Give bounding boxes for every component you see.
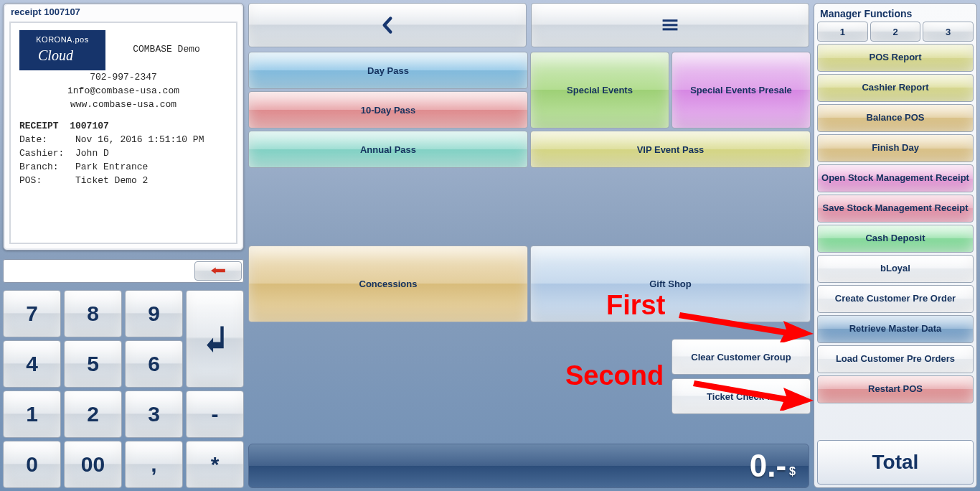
svg-rect-2 (663, 28, 678, 30)
tile-special-events[interactable]: Special Events (530, 52, 669, 128)
receipt-company: COMBASE Demo (105, 43, 227, 57)
manager-btn-open-stock-management-receipt[interactable]: Open Stock Management Receipt (817, 164, 974, 192)
manager-btn-cash-deposit[interactable]: Cash Deposit (817, 225, 974, 253)
tile-special-presale[interactable]: Special Events Presale (672, 52, 811, 128)
receipt-phone: 702-997-2347 (19, 71, 227, 85)
receipt-row: Branch:Park Entrance (19, 161, 227, 174)
manager-btn-load-customer-pre-orders[interactable]: Load Customer Pre Orders (817, 345, 974, 373)
total-display: 0.-$ (248, 444, 809, 488)
receipt-row: POS:Ticket Demo 2 (19, 174, 227, 188)
manager-btn-save-stock-management-receipt[interactable]: Save Stock Management Receipt (817, 195, 974, 223)
arrow-left-icon (210, 266, 226, 276)
key-6[interactable]: 6 (125, 340, 183, 388)
key-star[interactable]: * (186, 441, 244, 488)
input-back-button[interactable] (194, 261, 242, 281)
receipt-number-line: RECEIPT 1007107 (19, 120, 227, 134)
manager-tabs: 1 2 3 (817, 22, 974, 42)
nav-back-button[interactable] (248, 3, 527, 47)
barcode-input-bar (3, 259, 244, 283)
receipt-header: receipt 1007107 (4, 4, 243, 19)
receipt-email: info@combase-usa.com (19, 85, 227, 98)
manager-tab-3[interactable]: 3 (923, 22, 974, 42)
key-8[interactable]: 8 (64, 290, 122, 337)
manager-tab-2[interactable]: 2 (870, 22, 921, 42)
key-4[interactable]: 4 (3, 340, 61, 388)
receipt-row: Date:Nov 16, 2016 1:51:10 PM (19, 134, 227, 147)
receipt-paper: KORONA.pos Cloud COMBASE Demo 702-997-23… (9, 22, 237, 244)
manager-title: Manager Functions (817, 6, 974, 19)
manager-btn-bloyal[interactable]: bLoyal (817, 255, 974, 283)
key-00[interactable]: 00 (64, 441, 122, 488)
manager-button-list: POS ReportCashier ReportBalance POSFinis… (817, 44, 974, 435)
nav-menu-button[interactable] (531, 3, 809, 47)
tile-vip-pass[interactable]: VIP Event Pass (530, 131, 811, 168)
total-button[interactable]: Total (817, 440, 974, 485)
manager-btn-cashier-report[interactable]: Cashier Report (817, 74, 974, 102)
manager-btn-create-customer-pre-order[interactable]: Create Customer Pre Order (817, 285, 974, 313)
key-2[interactable]: 2 (64, 391, 122, 438)
manager-tab-1[interactable]: 1 (817, 22, 868, 42)
key-3[interactable]: 3 (125, 391, 183, 438)
tile-10day-pass[interactable]: 10-Day Pass (248, 91, 528, 128)
key-enter[interactable] (186, 290, 244, 388)
tile-day-pass[interactable]: Day Pass (248, 52, 528, 89)
manager-btn-restart-pos[interactable]: Restart POS (817, 375, 974, 403)
tile-clear-customer-group[interactable]: Clear Customer Group (672, 339, 811, 375)
key-0[interactable]: 0 (3, 441, 61, 488)
manager-btn-retrieve-master-data[interactable]: Retrieve Master Data (817, 315, 974, 343)
manager-btn-pos-report[interactable]: POS Report (817, 44, 974, 72)
key-1[interactable]: 1 (3, 391, 61, 438)
key-comma[interactable]: , (125, 441, 183, 488)
enter-icon (204, 323, 226, 355)
chevron-left-icon (378, 16, 397, 34)
receipt-panel: receipt 1007107 KORONA.pos Cloud COMBASE… (3, 3, 244, 251)
manager-btn-balance-pos[interactable]: Balance POS (817, 104, 974, 132)
tile-annual-pass[interactable]: Annual Pass (248, 131, 528, 168)
tile-concessions[interactable]: Concessions (248, 246, 528, 322)
manager-panel: Manager Functions 1 2 3 POS ReportCashie… (814, 3, 977, 488)
barcode-input[interactable] (5, 261, 193, 281)
tile-gift-shop[interactable]: Gift Shop (530, 246, 811, 322)
tile-ticket-checkin[interactable]: Ticket Check-In (672, 378, 811, 414)
manager-btn-finish-day[interactable]: Finish Day (817, 134, 974, 162)
key-7[interactable]: 7 (3, 290, 61, 337)
receipt-row: Cashier:John D (19, 147, 227, 161)
numeric-keypad: 7 8 9 4 5 6 1 2 3 - 0 00 , * (3, 290, 244, 488)
key-dash[interactable]: - (186, 391, 244, 438)
svg-rect-0 (663, 19, 678, 22)
hamburger-icon (661, 16, 679, 34)
annotation-second: Second (565, 360, 664, 391)
key-9[interactable]: 9 (125, 290, 183, 337)
svg-rect-1 (663, 24, 678, 26)
receipt-web: www.combase-usa.com (19, 98, 227, 112)
product-grid: Day Pass 10-Day Pass Annual Pass Special… (248, 52, 809, 439)
key-5[interactable]: 5 (64, 340, 122, 388)
